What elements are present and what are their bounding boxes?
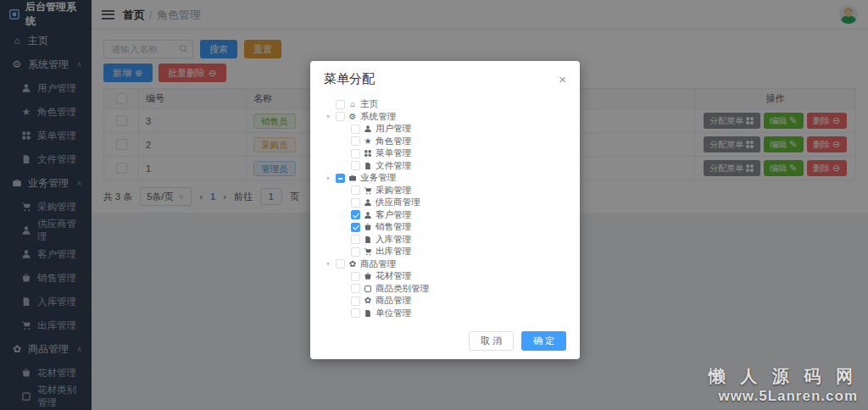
- tree-checkbox[interactable]: [351, 235, 360, 244]
- grid-icon: [364, 149, 372, 158]
- watermark-line2: www.5Lanren.com: [709, 388, 858, 405]
- user-icon: [364, 125, 372, 133]
- tree-node[interactable]: 客户管理: [339, 209, 566, 222]
- tree-checkbox[interactable]: [351, 125, 360, 134]
- tree-node[interactable]: 花材管理: [339, 270, 566, 283]
- dialog-footer: 取 消 确 定: [469, 331, 566, 351]
- file-icon: [364, 309, 372, 318]
- user-icon: [364, 211, 372, 219]
- tree-node[interactable]: ▾✿商品管理: [324, 258, 566, 271]
- caret-down-icon[interactable]: ▾: [324, 175, 332, 182]
- tree-node-label: 主页: [360, 98, 378, 110]
- tree-node-label: 业务管理: [360, 172, 396, 184]
- tree-node-label: 文件管理: [376, 160, 411, 172]
- tree-node-label: 花材管理: [376, 270, 411, 282]
- watermark: 懒 人 源 码 网 www.5Lanren.com: [709, 365, 858, 405]
- close-icon[interactable]: ×: [559, 73, 566, 86]
- gear-icon: ⚙: [348, 113, 357, 121]
- confirm-button[interactable]: 确 定: [521, 331, 566, 351]
- tree-node-label: 用户管理: [376, 123, 411, 135]
- tree-node-label: 菜单管理: [376, 147, 411, 159]
- square-icon: [364, 285, 372, 293]
- tree-node[interactable]: 采购管理: [339, 185, 566, 197]
- dialog-title: 菜单分配: [324, 71, 375, 87]
- flower-icon: ✿: [348, 260, 357, 269]
- tree-node[interactable]: 文件管理: [339, 160, 566, 173]
- tree-checkbox[interactable]: [351, 272, 360, 281]
- tree-checkbox[interactable]: [336, 112, 345, 121]
- tree-node-label: 供应商管理: [376, 197, 420, 208]
- tree-node[interactable]: 用户管理: [339, 123, 566, 136]
- tree-node[interactable]: 销售管理: [339, 221, 566, 234]
- tree-node[interactable]: ▾⚙系统管理: [324, 111, 566, 124]
- tree-node-label: 系统管理: [360, 111, 396, 123]
- menu-assign-dialog: 菜单分配 × ⌂主页▾⚙系统管理用户管理★角色管理菜单管理文件管理▾业务管理采购…: [310, 61, 580, 359]
- cart-icon: [364, 247, 372, 256]
- menu-tree: ⌂主页▾⚙系统管理用户管理★角色管理菜单管理文件管理▾业务管理采购管理供应商管理…: [310, 91, 580, 319]
- tree-checkbox[interactable]: [336, 174, 345, 183]
- tree-node-label: 入库管理: [376, 234, 411, 246]
- tree-checkbox[interactable]: [351, 149, 360, 158]
- tree-node-label: 商品管理: [360, 258, 396, 270]
- tree-node-label: 客户管理: [376, 209, 411, 221]
- caret-down-icon[interactable]: ▾: [324, 260, 332, 268]
- tree-node[interactable]: 出库管理: [339, 246, 566, 258]
- cancel-button[interactable]: 取 消: [469, 331, 514, 351]
- tree-node[interactable]: ✿商品管理: [339, 295, 566, 308]
- tree-node-label: 商品管理: [376, 295, 411, 307]
- user-icon: [364, 198, 372, 207]
- tree-checkbox[interactable]: [351, 161, 360, 170]
- tree-node[interactable]: 菜单管理: [339, 147, 566, 160]
- watermark-line1: 懒 人 源 码 网: [709, 365, 858, 388]
- tree-checkbox[interactable]: [351, 186, 360, 195]
- tree-checkbox[interactable]: [351, 308, 360, 318]
- tree-node[interactable]: 供应商管理: [339, 197, 566, 209]
- tree-node[interactable]: 入库管理: [339, 234, 566, 247]
- tree-node[interactable]: 单位管理: [339, 308, 566, 320]
- cart-icon: [364, 186, 372, 195]
- tree-node[interactable]: ★角色管理: [339, 136, 566, 148]
- dialog-header: 菜单分配 ×: [310, 61, 580, 91]
- home-icon: ⌂: [348, 100, 357, 108]
- briefcase-icon: [348, 174, 357, 182]
- tree-checkbox[interactable]: [351, 296, 360, 306]
- tree-checkbox[interactable]: [351, 284, 360, 293]
- tree-node-label: 单位管理: [376, 308, 411, 319]
- file-icon: [364, 162, 372, 170]
- tree-checkbox[interactable]: [351, 136, 360, 146]
- flower-icon: ✿: [364, 296, 372, 305]
- tree-node-label: 商品类别管理: [376, 283, 429, 295]
- tree-checkbox[interactable]: [336, 100, 345, 109]
- app-window: 后台管理系统 ⌂主页⚙系统管理∧用户管理★角色管理菜单管理文件管理业务管理∧采购…: [0, 0, 868, 410]
- file-icon: [364, 235, 372, 244]
- tree-node-label: 采购管理: [376, 185, 411, 197]
- tree-checkbox[interactable]: [351, 210, 360, 219]
- tree-node-label: 销售管理: [376, 221, 411, 233]
- tree-checkbox[interactable]: [351, 247, 360, 257]
- bag-icon: [364, 272, 372, 280]
- tree-node-label: 出库管理: [376, 246, 411, 258]
- caret-down-icon[interactable]: ▾: [324, 113, 332, 120]
- tree-node-label: 角色管理: [376, 136, 411, 147]
- tree-checkbox[interactable]: [351, 223, 360, 232]
- bag-icon: [364, 223, 372, 231]
- tree-node[interactable]: ▾业务管理: [324, 172, 566, 185]
- star-icon: ★: [364, 137, 372, 146]
- tree-checkbox[interactable]: [336, 259, 345, 269]
- tree-node[interactable]: ⌂主页: [324, 98, 566, 111]
- tree-checkbox[interactable]: [351, 198, 360, 208]
- tree-node[interactable]: 商品类别管理: [339, 283, 566, 296]
